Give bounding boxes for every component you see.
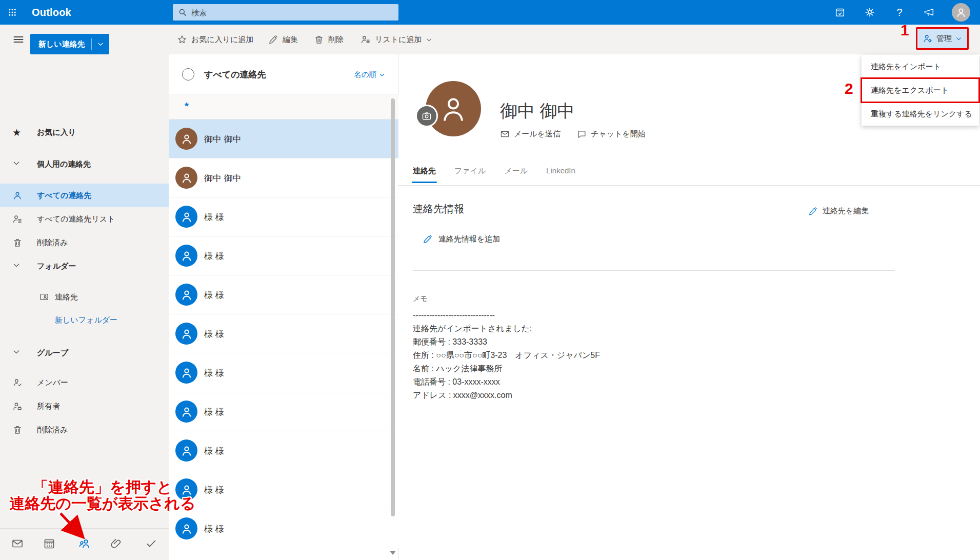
tab-linkedin[interactable]: LinkedIn: [546, 166, 575, 183]
edit-contact-label: 連絡先を編集: [823, 206, 869, 216]
sidebar-section-folders[interactable]: フォルダー: [0, 254, 169, 278]
tab-contact[interactable]: 連絡先: [413, 166, 436, 183]
check-icon: [145, 537, 157, 550]
chevron-down-icon[interactable]: [92, 41, 109, 48]
trash-icon: [314, 34, 324, 45]
add-favorite-button[interactable]: お気に入りに追加: [177, 25, 253, 54]
person-gear-icon: [923, 33, 933, 44]
add-contact-info-button[interactable]: 連絡先情報を追加: [423, 234, 500, 244]
change-photo-button[interactable]: [415, 105, 438, 127]
memo-line: 住所 : ○○県○○市○○町3-23 オフィス・ジャパン5F: [413, 349, 600, 362]
search-input[interactable]: [191, 8, 393, 17]
chevron-down-icon: [379, 72, 385, 78]
edit-button[interactable]: 編集: [268, 25, 298, 54]
chevron-down-icon: [12, 261, 23, 271]
gear-icon: [864, 7, 875, 18]
collapse-nav-button[interactable]: [7, 25, 30, 54]
help-button[interactable]: ?: [887, 0, 912, 25]
contact-list-header: すべての連絡先 名の順: [169, 54, 398, 94]
app-launcher-button[interactable]: [0, 0, 25, 25]
delete-button[interactable]: 削除: [314, 25, 344, 54]
waffle-icon: [8, 8, 17, 17]
sidebar-item-favorites[interactable]: ★ お気に入り: [0, 121, 169, 144]
calendar-module-button[interactable]: [43, 537, 55, 550]
contact-row[interactable]: 様 様: [169, 470, 398, 509]
start-chat-button[interactable]: チャットを開始: [577, 129, 646, 139]
account-avatar[interactable]: [952, 3, 970, 22]
calendar-check-icon: [834, 7, 846, 18]
attachments-module-button[interactable]: [110, 537, 123, 550]
contact-row[interactable]: 様 様: [169, 314, 398, 353]
sidebar-section-personal-contacts[interactable]: 個人用の連絡先: [0, 152, 169, 176]
contact-row[interactable]: 様 様: [169, 392, 398, 431]
command-bar: [0, 25, 980, 54]
contact-row[interactable]: 様 様: [169, 509, 398, 548]
sidebar-item-folder-contacts[interactable]: 連絡先: [0, 285, 169, 309]
sidebar-item-all-contact-lists[interactable]: すべての連絡先リスト: [0, 207, 169, 231]
contact-avatar: [175, 167, 197, 189]
memo-line: 名前 : ハック法律事務所: [413, 362, 600, 375]
person-icon: [437, 93, 469, 125]
star-icon: ★: [12, 128, 21, 137]
sidebar-item-members[interactable]: メンバー: [0, 371, 169, 394]
chevron-down-icon: [12, 159, 23, 169]
folder-contacts-label: 連絡先: [55, 292, 78, 302]
menu-item-import-contacts[interactable]: 連絡先をインポート: [862, 55, 979, 78]
sidebar-item-all-contacts[interactable]: すべての連絡先: [0, 184, 169, 207]
memo-label: メモ: [413, 294, 428, 304]
memo-line: 電話番号 : 03-xxxx-xxxx: [413, 375, 600, 389]
contact-row[interactable]: 様 様: [169, 353, 398, 392]
my-day-button[interactable]: [828, 0, 852, 25]
contact-name: 様 様: [204, 367, 224, 379]
contact-avatar: [175, 439, 197, 462]
people-module-button[interactable]: [78, 537, 91, 550]
manage-button[interactable]: 管理: [916, 27, 969, 50]
person-briefcase-icon: [12, 401, 23, 411]
send-mail-label: メールを送信: [514, 129, 561, 139]
calendar-icon: [43, 537, 55, 550]
sidebar-item-deleted-group[interactable]: 削除済み: [0, 418, 169, 442]
sidebar-item-deleted[interactable]: 削除済み: [0, 231, 169, 254]
edit-contact-button[interactable]: 連絡先を編集: [808, 206, 869, 216]
person-icon: [180, 483, 193, 496]
paperclip-icon: [110, 537, 123, 550]
contact-row[interactable]: 御中 御中: [169, 158, 398, 197]
send-mail-button[interactable]: メールを送信: [500, 129, 561, 139]
search-box[interactable]: [173, 4, 398, 21]
contact-row[interactable]: 様 様: [169, 275, 398, 314]
add-to-list-button[interactable]: リストに追加: [361, 25, 432, 54]
contact-avatar: [175, 284, 197, 306]
person-icon: [12, 190, 23, 201]
list-scrollbar-thumb[interactable]: [391, 98, 395, 516]
contact-row[interactable]: 様 様: [169, 197, 398, 236]
scroll-down-arrow-icon[interactable]: [390, 551, 396, 555]
contact-name: 御中 御中: [204, 172, 242, 184]
personal-contacts-label: 個人用の連絡先: [37, 159, 91, 169]
contact-row[interactable]: 様 様: [169, 431, 398, 470]
add-to-list-label: リストに追加: [375, 35, 422, 45]
tab-mail[interactable]: メール: [504, 166, 528, 183]
deleted-label: 削除済み: [37, 238, 68, 248]
tab-files[interactable]: ファイル: [454, 166, 486, 183]
sort-order-button[interactable]: 名の順: [354, 70, 385, 79]
contact-list-title: すべての連絡先: [204, 69, 266, 81]
new-contact-button[interactable]: 新しい連絡先: [30, 34, 109, 54]
edit-label: 編集: [283, 35, 298, 45]
settings-button[interactable]: [857, 0, 882, 25]
delete-label: 削除: [328, 35, 344, 45]
feedback-button[interactable]: [917, 0, 942, 25]
star-icon: [177, 34, 187, 45]
contact-row[interactable]: 御中 御中: [169, 119, 398, 158]
sidebar-item-owners[interactable]: 所有者: [0, 394, 169, 418]
todo-module-button[interactable]: [145, 537, 157, 550]
all-contacts-label: すべての連絡先: [37, 191, 91, 201]
sidebar-item-new-folder[interactable]: 新しいフォルダー: [0, 308, 169, 332]
contact-row[interactable]: 様 様: [169, 236, 398, 275]
contact-name: 御中 御中: [204, 133, 242, 145]
mail-module-button[interactable]: [11, 537, 24, 550]
chevron-down-icon: [12, 348, 23, 358]
menu-item-export-contacts[interactable]: 連絡先をエクスポート: [862, 78, 979, 102]
sidebar-section-groups[interactable]: グループ: [0, 341, 169, 365]
select-all-checkbox[interactable]: [182, 68, 194, 81]
menu-item-link-duplicates[interactable]: 重複する連絡先をリンクする: [862, 102, 979, 126]
